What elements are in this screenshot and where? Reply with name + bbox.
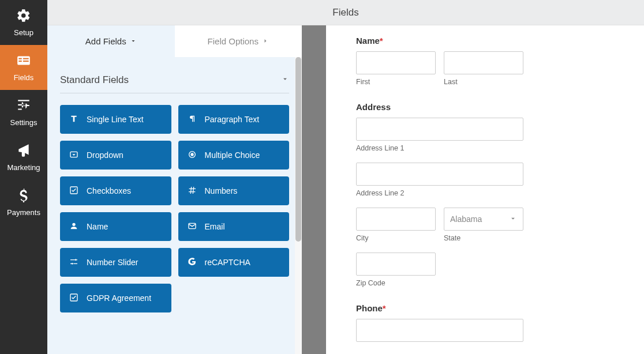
first-name-col: First (356, 51, 436, 86)
builder-body: Add Fields Field Options Standard Fields (47, 25, 644, 354)
svg-rect-3 (23, 58, 29, 59)
field-label: Name (87, 222, 108, 231)
paragraph-icon (188, 114, 197, 125)
city-sublabel: City (356, 234, 436, 242)
dropdown-icon (69, 150, 78, 161)
google-icon (188, 257, 197, 268)
nav-setup[interactable]: Setup (0, 0, 47, 45)
addr1-col: Address Line 1 (356, 118, 621, 152)
chevron-down-icon (130, 36, 137, 46)
sliders-icon (16, 98, 31, 115)
field-label: Paragraph Text (205, 115, 260, 124)
nav-marketing[interactable]: Marketing (0, 135, 47, 180)
field-checkboxes[interactable]: Checkboxes (60, 176, 171, 205)
state-col: Alabama State (444, 208, 523, 242)
standard-fields-title: Standard Fields (60, 74, 129, 86)
city-state-row: City Alabama State (356, 208, 621, 242)
tab-add-fields-label: Add Fields (85, 36, 126, 46)
nav-payments[interactable]: Payments (0, 180, 47, 225)
nav-fields-label: Fields (14, 73, 34, 82)
first-name-input[interactable] (356, 51, 436, 74)
last-name-input[interactable] (444, 51, 523, 74)
tab-field-options-label: Field Options (208, 36, 259, 46)
field-dropdown[interactable]: Dropdown (60, 141, 171, 170)
field-label: Single Line Text (87, 115, 144, 124)
nav-fields[interactable]: Fields (0, 45, 47, 90)
field-label: Email (205, 222, 225, 231)
svg-point-9 (72, 223, 75, 225)
svg-point-11 (75, 259, 77, 261)
field-label: Checkboxes (87, 186, 131, 195)
address-line-2-input[interactable] (356, 163, 523, 186)
user-icon (69, 221, 78, 232)
addr2-sublabel: Address Line 2 (356, 189, 621, 197)
page-title: Fields (332, 7, 358, 18)
field-label: Number Slider (87, 258, 138, 267)
checkbox-icon (69, 186, 78, 197)
svg-rect-4 (23, 61, 29, 62)
address-field-label: Address (356, 102, 621, 112)
field-label: GDPR Agreement (87, 293, 151, 303)
tab-field-options[interactable]: Field Options (175, 25, 302, 57)
city-col: City (356, 208, 436, 242)
name-row: First Last (356, 51, 621, 86)
address-line-1-input[interactable] (356, 118, 523, 141)
zip-sublabel: Zip Code (356, 279, 621, 287)
field-number-slider[interactable]: Number Slider (60, 248, 171, 277)
field-label: reCAPTCHA (205, 258, 250, 267)
fields-tabs: Add Fields Field Options (47, 25, 302, 57)
field-numbers[interactable]: Numbers (178, 176, 290, 205)
field-label: Dropdown (87, 150, 123, 160)
field-single-line-text[interactable]: Single Line Text (60, 105, 171, 134)
last-sublabel: Last (444, 78, 523, 86)
field-gdpr[interactable]: GDPR Agreement (60, 284, 171, 312)
nav-settings[interactable]: Settings (0, 90, 47, 135)
form-preview: Name* First Last Address Address Line 1 (326, 25, 644, 354)
standard-fields-grid: Single Line Text Paragraph Text Dropdown… (60, 105, 289, 312)
phone-input[interactable] (356, 319, 523, 342)
nav-setup-label: Setup (14, 28, 33, 37)
name-field-label: Name* (356, 36, 621, 46)
chevron-down-icon (281, 74, 289, 86)
standard-fields-group-header[interactable]: Standard Fields (60, 74, 289, 93)
nav-marketing-label: Marketing (7, 163, 40, 172)
field-name[interactable]: Name (60, 212, 171, 241)
field-recaptcha[interactable]: reCAPTCHA (178, 248, 290, 277)
nav-payments-label: Payments (7, 208, 40, 217)
envelope-icon (188, 221, 197, 232)
zip-input[interactable] (356, 253, 436, 276)
chevron-down-icon (509, 214, 517, 224)
form-icon (16, 53, 31, 70)
tab-add-fields[interactable]: Add Fields (47, 25, 175, 57)
chevron-right-icon (262, 36, 269, 46)
phone-field-label: Phone* (356, 303, 621, 313)
field-label: Multiple Choice (205, 150, 260, 160)
label-text: Name (356, 36, 380, 46)
field-paragraph-text[interactable]: Paragraph Text (178, 105, 290, 134)
field-multiple-choice[interactable]: Multiple Choice (178, 141, 290, 170)
gear-icon (16, 8, 31, 25)
field-email[interactable]: Email (178, 212, 290, 241)
first-sublabel: First (356, 78, 436, 86)
nav-settings-label: Settings (10, 118, 38, 127)
svg-point-7 (190, 153, 193, 156)
field-label: Numbers (205, 186, 238, 195)
addr1-sublabel: Address Line 1 (356, 144, 621, 152)
svg-point-12 (72, 263, 73, 265)
state-sublabel: State (444, 234, 523, 242)
svg-rect-2 (18, 61, 21, 62)
svg-rect-1 (18, 58, 21, 59)
fields-scroll-area: Standard Fields Single Line Text Paragra… (47, 57, 302, 324)
label-text: Phone (356, 303, 383, 313)
builder: Fields Add Fields Field Options (47, 0, 644, 354)
panel-scrollbar-thumb[interactable] (295, 57, 301, 242)
dollar-icon (16, 188, 31, 205)
hash-icon (188, 186, 197, 197)
text-icon (69, 114, 78, 125)
fields-panel: Add Fields Field Options Standard Fields (47, 25, 302, 354)
city-input[interactable] (356, 208, 436, 231)
state-select[interactable]: Alabama (444, 208, 523, 231)
zip-col: Zip Code (356, 253, 621, 287)
required-star: * (380, 36, 383, 46)
builder-header: Fields (47, 0, 644, 25)
